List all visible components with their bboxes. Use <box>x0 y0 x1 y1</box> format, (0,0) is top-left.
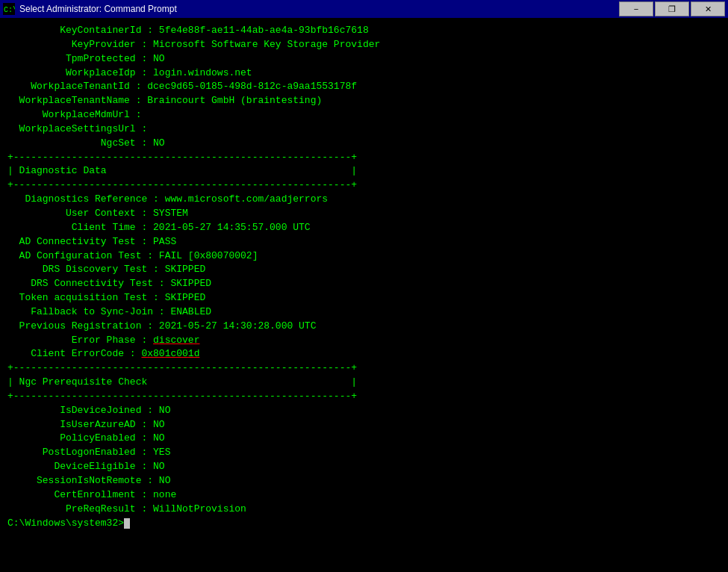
cursor <box>124 518 130 529</box>
console-line: | Ngc Prerequisite Check | <box>7 376 721 390</box>
console-line: PreReqResult : WillNotProvision <box>7 503 721 517</box>
console-line: IsUserAzureAD : NO <box>7 418 721 432</box>
console-line: TpmProtected : NO <box>7 52 721 66</box>
console-line: DeviceEligible : NO <box>7 460 721 474</box>
console-line: +---------------------------------------… <box>7 390 721 404</box>
console-line: AD Connectivity Test : PASS <box>7 235 721 249</box>
console-line: +---------------------------------------… <box>7 361 721 376</box>
console-line: CertEnrollment : none <box>7 488 721 503</box>
title-bar: C:\ Select Administrator: Command Prompt… <box>0 0 728 18</box>
cmd-icon: C:\ <box>3 3 15 15</box>
console-line: KeyContainerId : 5fe4e88f-ae11-44ab-ae4a… <box>7 24 721 38</box>
console-line: +---------------------------------------… <box>7 178 721 193</box>
console-line: Previous Registration : 2021-05-27 14:30… <box>7 320 721 334</box>
console-line-error-phase: Error Phase : discover <box>7 334 721 348</box>
console-line: DRS Discovery Test : SKIPPED <box>7 263 721 277</box>
console-line: DRS Connectivity Test : SKIPPED <box>7 277 721 291</box>
console-line: WorkplaceTenantId : dcec9d65-0185-498d-8… <box>7 80 721 94</box>
error-phase-value: discover <box>153 335 199 346</box>
console-line: WorkplaceIdp : login.windows.net <box>7 66 721 81</box>
console-line: | Diagnostic Data | <box>7 164 721 178</box>
console-line-error-code: Client ErrorCode : 0x801c001d <box>7 347 721 361</box>
console-output: KeyContainerId : 5fe4e88f-ae11-44ab-ae4a… <box>0 18 728 572</box>
console-line: Token acquisition Test : SKIPPED <box>7 291 721 305</box>
restore-button[interactable]: ❐ <box>655 1 689 16</box>
console-line: IsDeviceJoined : NO <box>7 404 721 418</box>
close-button[interactable]: ✕ <box>691 1 725 16</box>
console-line: +---------------------------------------… <box>7 151 721 165</box>
console-line: WorkplaceTenantName : Braincourt GmbH (b… <box>7 94 721 108</box>
title-text: Select Administrator: Command Prompt <box>19 4 177 14</box>
console-line-prompt: C:\Windows\system32> <box>7 517 721 531</box>
console-line: WorkplaceSettingsUrl : <box>7 122 721 137</box>
console-line: User Context : SYSTEM <box>7 207 721 221</box>
console-line: Diagnostics Reference : www.microsoft.co… <box>7 193 721 207</box>
svg-text:C:\: C:\ <box>4 6 15 14</box>
console-line: PostLogonEnabled : YES <box>7 446 721 460</box>
error-code-value: 0x801c001d <box>141 348 199 359</box>
console-line: WorkplaceMdmUrl : <box>7 108 721 122</box>
minimize-button[interactable]: − <box>619 1 653 16</box>
console-line: SessionIsNotRemote : NO <box>7 474 721 488</box>
console-line: KeyProvider : Microsoft Software Key Sto… <box>7 38 721 52</box>
title-bar-controls: − ❐ ✕ <box>619 1 725 16</box>
console-line: PolicyEnabled : NO <box>7 432 721 446</box>
console-line: NgcSet : NO <box>7 137 721 151</box>
title-bar-left: C:\ Select Administrator: Command Prompt <box>3 3 177 15</box>
console-line: AD Configuration Test : FAIL [0x80070002… <box>7 249 721 264</box>
console-line: Client Time : 2021-05-27 14:35:57.000 UT… <box>7 221 721 235</box>
console-line: Fallback to Sync-Join : ENABLED <box>7 305 721 320</box>
